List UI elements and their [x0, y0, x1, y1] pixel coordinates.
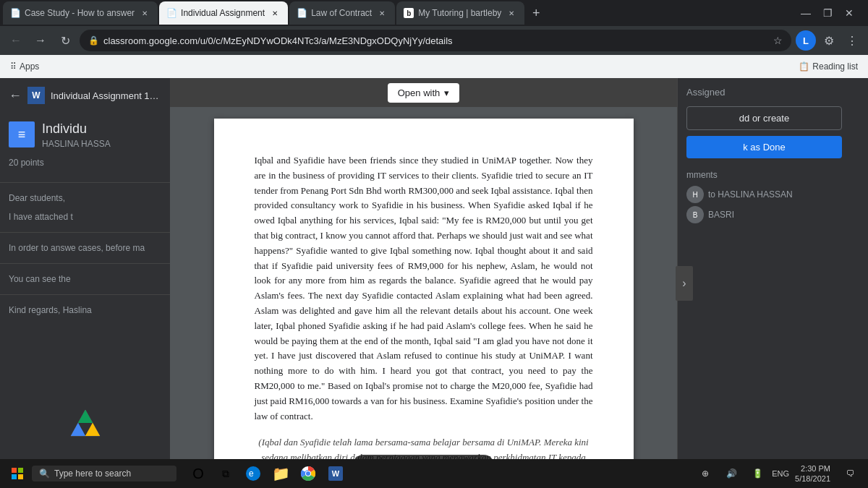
chrome-icon	[300, 466, 316, 481]
taskbar-app-explorer[interactable]: 📁	[268, 461, 294, 487]
tray-icon-battery[interactable]: 🔋	[746, 462, 769, 485]
sidebar-see-text: You can see the	[0, 270, 170, 288]
main-content: ← W Individual Assignment 1.docx ≡ Indiv…	[0, 78, 868, 488]
tab-close-1[interactable]: ✕	[139, 7, 150, 19]
sidebar-assignment-info: ≡ Individu HASLINA HASSA 20 points	[0, 113, 170, 176]
forward-button[interactable]: →	[30, 30, 51, 51]
sidebar-dear-students: Dear students,	[0, 189, 170, 207]
bookmark-icon[interactable]: ☆	[773, 35, 783, 46]
doc-icon-inner: ≡	[18, 127, 26, 142]
svg-point-12	[306, 471, 310, 476]
tab-label-1: Case Study - How to answer	[25, 8, 135, 18]
comments-label: mments	[686, 170, 842, 180]
taskbar-search[interactable]: 🔍 Type here to search	[32, 466, 176, 481]
mark-done-label: k as Done	[743, 142, 786, 153]
right-panel: Assigned dd or create k as Done mments H…	[677, 78, 851, 488]
address-bar: ← → ↻ 🔒 classroom.google.com/u/0/c/MzEyN…	[0, 26, 868, 55]
add-create-button[interactable]: dd or create	[686, 106, 842, 130]
document-paragraph-1: Iqbal and Syafidie have been friends sin…	[255, 153, 593, 424]
win-logo-yellow	[18, 474, 23, 479]
reading-list-icon: 📋	[799, 61, 809, 72]
reload-button[interactable]: ↻	[55, 30, 75, 51]
tab-case-study[interactable]: 📄 Case Study - How to answer ✕	[3, 1, 158, 25]
sidebar-header: ← W Individual Assignment 1.docx	[0, 78, 170, 113]
apps-bar: ⠿ Apps 📋 Reading list	[0, 55, 868, 78]
comment-avatar-1: H	[686, 186, 704, 203]
taskbar-search-placeholder: Type here to search	[54, 468, 131, 479]
sidebar-back-button[interactable]: ←	[9, 88, 22, 103]
new-tab-button[interactable]: +	[526, 3, 546, 23]
reading-list-label: Reading list	[812, 61, 858, 72]
taskbar-app-cortana[interactable]: O	[185, 461, 211, 487]
edge-icon: e	[245, 466, 261, 481]
toolbar-icons: L ⚙ ⋮	[796, 30, 862, 51]
notification-button[interactable]: 🗨	[839, 462, 862, 485]
apps-icon: ⠿	[10, 61, 17, 72]
comments-section: mments H to HASLINA HASSAN B BASRI	[686, 170, 842, 223]
left-sidebar: ← W Individual Assignment 1.docx ≡ Indiv…	[0, 78, 170, 488]
taskbar-clock: 2:30 PM 5/18/2021	[795, 463, 830, 484]
assignment-details: Individu HASLINA HASSA	[42, 121, 111, 149]
back-button[interactable]: ←	[6, 30, 26, 51]
tab-favicon-1: 📄	[10, 8, 20, 18]
google-drive-icon	[68, 407, 103, 445]
assignment-title: Individu	[42, 121, 111, 137]
windows-logo	[12, 468, 23, 479]
sidebar-divider-4	[0, 294, 170, 295]
tab-favicon-2: 📄	[166, 8, 176, 18]
profile-icon[interactable]: L	[796, 30, 816, 51]
browser-chrome: 📄 Case Study - How to answer ✕ 📄 Individ…	[0, 0, 868, 78]
taskbar-date: 5/18/2021	[795, 474, 830, 484]
sidebar-attached-text: I have attached t	[0, 207, 170, 226]
extensions-icon[interactable]: ⚙	[819, 30, 839, 51]
svg-marker-4	[78, 410, 93, 423]
tab-favicon-4: b	[404, 8, 414, 18]
win-logo-blue	[12, 474, 17, 479]
tab-close-3[interactable]: ✕	[376, 7, 388, 19]
document-page: Iqbal and Syafidie have been friends sin…	[214, 119, 634, 476]
tab-close-2[interactable]: ✕	[269, 7, 281, 19]
doc-title: Individual Assignment 1.docx	[51, 90, 161, 101]
sidebar-regards-text: Kind regards, Haslina	[0, 301, 170, 320]
assignment-doc-icon: ≡	[9, 121, 35, 147]
taskbar-app-edge[interactable]: e	[240, 461, 266, 487]
tab-favicon-3: 📄	[297, 8, 307, 18]
lock-icon: 🔒	[88, 35, 99, 46]
tab-bar: 📄 Case Study - How to answer ✕ 📄 Individ…	[0, 0, 868, 26]
expand-chevron-icon: ›	[682, 277, 686, 290]
minimize-button[interactable]: —	[796, 3, 816, 23]
url-bar[interactable]: 🔒 classroom.google.com/u/0/c/MzEyNDYwODk…	[80, 30, 791, 51]
svg-marker-6	[85, 423, 100, 436]
tab-my-tutoring[interactable]: b My Tutoring | bartleby ✕	[396, 1, 524, 25]
comment-avatar-2: B	[686, 206, 704, 223]
drive-svg	[68, 407, 103, 442]
system-tray: ⊕ 🔊 🔋 ENG 2:30 PM 5/18/2021 🗨	[694, 462, 862, 485]
tab-individual-assignment[interactable]: 📄 Individual Assignment ✕	[159, 1, 288, 25]
comment-item-2: B BASRI	[686, 206, 842, 223]
taskbar-app-taskview[interactable]: ⧉	[213, 461, 239, 487]
taskbar-time: 2:30 PM	[795, 463, 830, 474]
apps-link[interactable]: ⠿ Apps	[6, 60, 43, 73]
more-options-icon[interactable]: ⋮	[842, 30, 862, 51]
assignment-points: 20 points	[9, 158, 161, 168]
mark-done-button[interactable]: k as Done	[686, 136, 842, 158]
open-with-button[interactable]: Open with ▾	[388, 83, 460, 103]
taskbar-app-word[interactable]: W	[323, 461, 349, 487]
tab-law-of-contract[interactable]: 📄 Law of Contract ✕	[289, 1, 395, 25]
tab-close-4[interactable]: ✕	[506, 7, 517, 19]
open-with-dropdown-icon: ▾	[444, 87, 449, 98]
close-window-button[interactable]: ✕	[839, 3, 859, 23]
expand-panel-button[interactable]: ›	[676, 266, 693, 301]
word-taskbar-icon: W	[328, 466, 343, 481]
sidebar-divider-1	[0, 182, 170, 183]
start-button[interactable]	[6, 462, 29, 485]
tray-icon-volume[interactable]: 🔊	[720, 462, 743, 485]
sidebar-divider-3	[0, 263, 170, 264]
tray-icon-network[interactable]: ⊕	[694, 462, 717, 485]
assigned-badge: Assigned	[686, 87, 842, 98]
window-controls: — ❐ ✕	[796, 3, 865, 23]
apps-label: Apps	[20, 61, 39, 72]
reading-list-button[interactable]: 📋 Reading list	[794, 60, 862, 73]
restore-button[interactable]: ❐	[817, 3, 838, 23]
taskbar-app-chrome[interactable]	[295, 461, 321, 487]
